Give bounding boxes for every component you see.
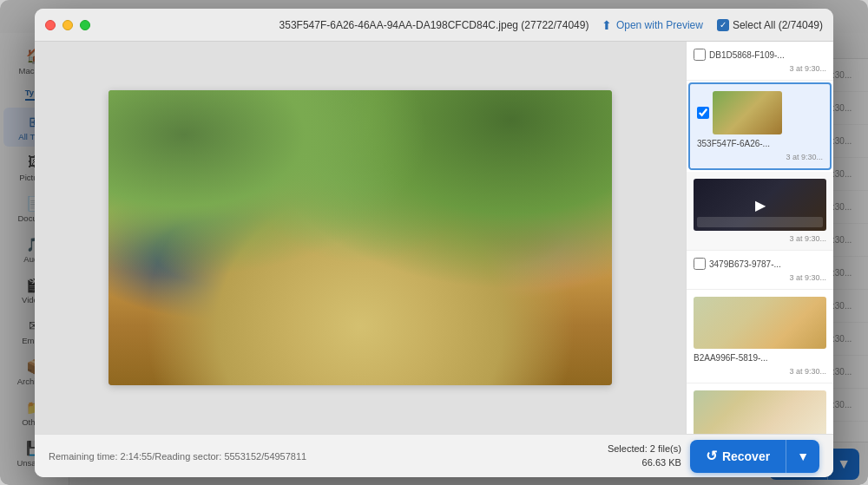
recover-main: ↺ Recover bbox=[690, 440, 786, 473]
selected-info: Selected: 2 file(s) 66.63 KB bbox=[608, 442, 681, 469]
thumb-date-1: 3 at 9:30... bbox=[694, 64, 826, 73]
selected-count: Selected: 2 file(s) bbox=[608, 442, 681, 456]
overlay-backdrop: 353F547F-6A26-46AA-94AA-DA198CFCD84C.jpe… bbox=[0, 0, 868, 485]
thumbnail-item-5[interactable]: 3 at 9:30... bbox=[687, 383, 833, 434]
thumbnail-panel: DB1D5868-F109-... 3 at 9:30... 353F547F-… bbox=[686, 42, 833, 434]
preview-dialog: 353F547F-6A26-46AA-94AA-DA198CFCD84C.jpe… bbox=[35, 9, 833, 477]
preview-photo bbox=[108, 90, 612, 385]
selected-size: 66.63 KB bbox=[608, 456, 681, 469]
thumb-image-5 bbox=[694, 390, 826, 434]
maximize-button[interactable] bbox=[80, 20, 90, 30]
photo-content bbox=[108, 90, 612, 385]
thumb-checkbox-1[interactable] bbox=[694, 49, 706, 61]
minimize-button[interactable] bbox=[62, 20, 73, 30]
thumb-checkbox-2[interactable] bbox=[697, 107, 709, 119]
thumbnail-item-2b[interactable]: ▶ 3 at 9:30... bbox=[687, 172, 833, 251]
thumb-name-4: B2AA996F-5819-... bbox=[694, 352, 826, 364]
dialog-action-buttons: ⬆ Open with Preview ✓ Select All (2/7404… bbox=[595, 15, 823, 36]
thumb-checkbox-3[interactable] bbox=[694, 258, 706, 270]
status-text: Remaining time: 2:14:55/Reading sector: … bbox=[49, 451, 306, 462]
thumb-image-video: ▶ bbox=[694, 179, 826, 231]
recover-dropdown-arrow[interactable]: ▼ bbox=[786, 440, 819, 473]
thumb-name-1: DB1D5868-F109-... bbox=[709, 49, 785, 61]
app-window: 🏠 Macint... Type ⊞ All Typ... 🖼 Pictures… bbox=[0, 0, 868, 485]
thumb-date-2: 3 at 9:30... bbox=[697, 153, 823, 161]
dialog-bottom-bar: Remaining time: 2:14:55/Reading sector: … bbox=[35, 434, 833, 477]
thumb-date-4: 3 at 9:30... bbox=[694, 367, 826, 376]
dialog-titlebar: 353F547F-6A26-46AA-94AA-DA198CFCD84C.jpe… bbox=[35, 9, 833, 42]
select-all-label: Select All (2/74049) bbox=[733, 19, 823, 31]
dialog-right-actions: Selected: 2 file(s) 66.63 KB ↺ Recover ▼ bbox=[608, 440, 819, 473]
traffic-lights bbox=[45, 20, 90, 30]
thumb-date-3: 3 at 9:30... bbox=[694, 273, 826, 282]
thumb-date-2b: 3 at 9:30... bbox=[694, 234, 826, 243]
play-icon: ▶ bbox=[755, 197, 766, 213]
select-all-container[interactable]: ✓ Select All (2/74049) bbox=[717, 15, 823, 36]
large-preview-area bbox=[35, 42, 686, 434]
open-with-preview-button[interactable]: ⬆ Open with Preview bbox=[595, 15, 710, 36]
close-button[interactable] bbox=[45, 20, 56, 30]
thumbnail-item-3[interactable]: 3479B673-9787-... 3 at 9:30... bbox=[687, 251, 833, 290]
dialog-body: DB1D5868-F109-... 3 at 9:30... 353F547F-… bbox=[35, 42, 833, 434]
dialog-title: 353F547F-6A26-46AA-94AA-DA198CFCD84C.jpe… bbox=[279, 19, 589, 31]
thumbnail-item-4[interactable]: B2AA996F-5819-... 3 at 9:30... bbox=[687, 290, 833, 383]
thumb-name-3: 3479B673-9787-... bbox=[709, 259, 781, 270]
thumb-name-2: 353F547F-6A26-... bbox=[697, 138, 823, 149]
thumb-photo-2 bbox=[713, 91, 782, 134]
thumb-image-2 bbox=[713, 91, 782, 134]
share-icon: ⬆ bbox=[602, 18, 612, 32]
recover-button[interactable]: ↺ Recover ▼ bbox=[690, 440, 819, 473]
thumbnail-item-1[interactable]: DB1D5868-F109-... 3 at 9:30... bbox=[687, 42, 833, 81]
thumb-image-4 bbox=[694, 297, 826, 349]
thumbnail-item-2[interactable]: 353F547F-6A26-... 3 at 9:30... bbox=[688, 82, 832, 170]
video-timeline bbox=[697, 217, 823, 227]
select-all-checkbox[interactable]: ✓ bbox=[717, 19, 729, 31]
recover-refresh-icon: ↺ bbox=[706, 448, 717, 464]
open-with-preview-label: Open with Preview bbox=[616, 19, 703, 31]
recover-label: Recover bbox=[722, 449, 770, 463]
